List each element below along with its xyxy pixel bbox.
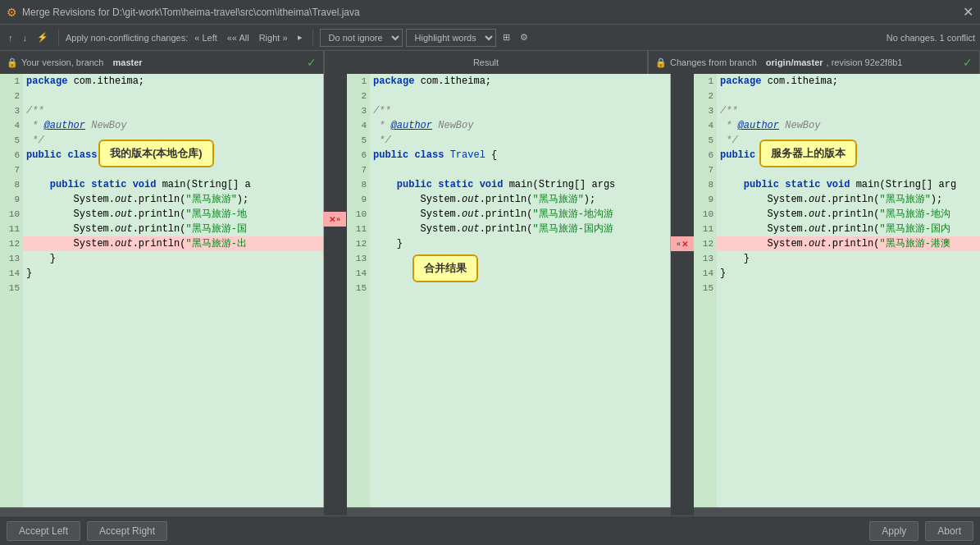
left-button[interactable]: « Left <box>191 31 221 44</box>
left-line-numbers: 1 2 3 4 5 6 7 8 9 10 11 12 13 14 15 <box>0 74 23 507</box>
mid-left-gutter: ✕ » <box>324 74 347 507</box>
right-code-panel: 1 2 3 4 5 6 7 8 9 10 11 12 13 14 15 pack… <box>694 74 980 507</box>
right-line-numbers: 1 2 3 4 5 6 7 8 9 10 11 12 13 14 15 <box>694 74 717 507</box>
right-button[interactable]: Right » <box>256 31 291 44</box>
table-icon-button[interactable]: ⊞ <box>499 30 513 44</box>
right-revision: , revision 92e2f8b1 <box>827 57 903 67</box>
ignore-dropdown[interactable]: Do not ignore <box>320 29 403 47</box>
left-check: ✓ <box>307 56 317 69</box>
right-panel-header: 🔒 Changes from branch origin/master, rev… <box>648 51 980 74</box>
right-lock-icon: 🔒 <box>655 57 667 68</box>
right-gutter-scroll <box>671 507 694 515</box>
panels-header: 🔒 Your version, branch master ✓ Result 🔒… <box>0 51 980 74</box>
close-button[interactable]: ✕ <box>963 4 973 20</box>
horizontal-scrollbar-area <box>0 507 980 515</box>
left-scrollbar[interactable] <box>0 507 324 515</box>
status-text: No changes. 1 conflict <box>887 33 975 43</box>
accept-right-button[interactable]: Accept Right <box>87 521 167 541</box>
non-conflicting-label: Apply non-conflicting changes: <box>66 33 188 43</box>
right-reject-icon[interactable]: ✕ <box>681 240 688 249</box>
more-button[interactable]: ▸ <box>294 30 306 44</box>
next-change-button[interactable]: ↓ <box>20 31 31 44</box>
left-conflict-icons: ✕ » <box>323 212 346 227</box>
accept-left-button[interactable]: Accept Left <box>7 521 80 541</box>
right-branch-name: origin/master <box>766 57 823 67</box>
mid-code-panel: 1 2 3 4 5 6 7 8 9 10 11 12 13 14 15 pack… <box>347 74 671 507</box>
footer: Accept Left Accept Right Apply Abort <box>0 515 980 545</box>
separator-1 <box>58 30 59 46</box>
right-code-lines: package com.itheima; /** * @author NewBo… <box>717 74 980 507</box>
left-branch-name: master <box>113 57 143 67</box>
highlight-dropdown[interactable]: Highlight words <box>406 29 496 47</box>
app-icon: ⚙ <box>7 6 17 19</box>
left-reject-icon[interactable]: ✕ <box>329 215 335 224</box>
toolbar: ↑ ↓ ⚡ Apply non-conflicting changes: « L… <box>0 25 980 51</box>
left-code-lines: package com.itheima; /** * @author NewBo… <box>23 74 323 507</box>
all-button[interactable]: «« All <box>224 31 253 44</box>
right-check: ✓ <box>963 56 973 69</box>
title-bar: ⚙ Merge Revisions for D:\git-work\Tom\he… <box>0 0 980 25</box>
right-panel-label: Changes from branch <box>670 57 757 67</box>
left-panel-label: Your version, branch <box>21 57 104 67</box>
left-code-panel: 1 2 3 4 5 6 7 8 9 10 11 12 13 14 15 pack… <box>0 74 324 507</box>
magic-button[interactable]: ⚡ <box>34 30 52 44</box>
mid-panel-header: Result <box>324 51 648 74</box>
apply-button[interactable]: Apply <box>869 521 918 541</box>
mid-code-lines: package com.itheima; /** * @author NewBo… <box>370 74 670 507</box>
mid-scrollbar[interactable] <box>347 507 671 515</box>
left-lock-icon: 🔒 <box>7 57 18 68</box>
right-conflict-icons: « ✕ <box>671 236 694 251</box>
panels-row: 1 2 3 4 5 6 7 8 9 10 11 12 13 14 15 pack… <box>0 74 980 507</box>
title-text: Merge Revisions for D:\git-work\Tom\heim… <box>22 7 958 18</box>
prev-change-button[interactable]: ↑ <box>5 31 16 44</box>
right-scrollbar[interactable] <box>694 507 980 515</box>
mid-line-numbers: 1 2 3 4 5 6 7 8 9 10 11 12 13 14 15 <box>347 74 370 507</box>
right-accept-icon[interactable]: « <box>677 240 681 248</box>
gear-button[interactable]: ⚙ <box>517 30 531 44</box>
left-panel-header: 🔒 Your version, branch master ✓ <box>0 51 324 74</box>
mid-panel-label: Result <box>473 57 499 67</box>
abort-button[interactable]: Abort <box>925 521 973 541</box>
separator-2 <box>312 30 313 46</box>
left-accept-icon[interactable]: » <box>336 215 340 223</box>
mid-right-gutter: « ✕ <box>671 74 694 507</box>
left-gutter-scroll <box>324 507 347 515</box>
